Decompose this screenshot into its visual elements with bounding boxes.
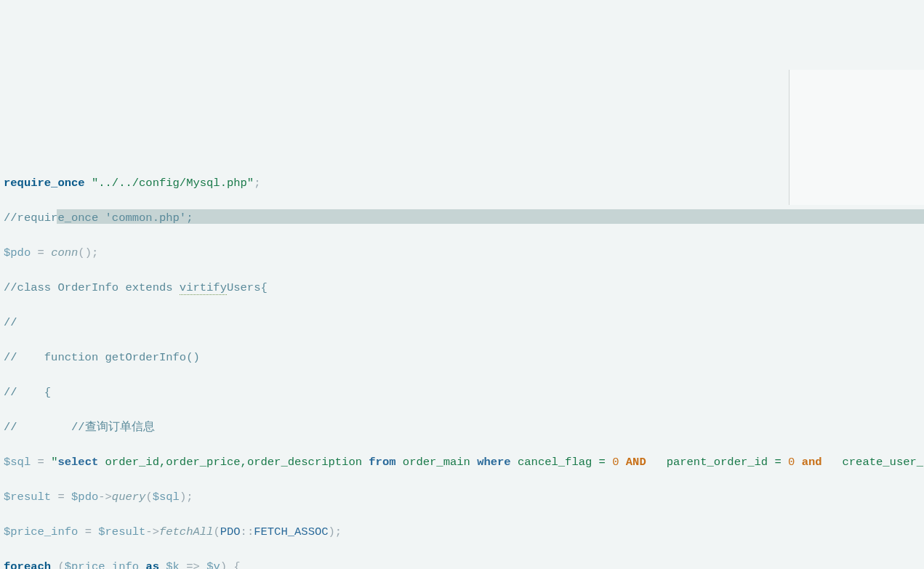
variable: $pdo: [4, 246, 31, 259]
comment: // function getOrderInfo(): [4, 351, 200, 364]
variable: $result: [4, 491, 51, 504]
sql-select: select: [57, 456, 98, 469]
comment: //class OrderInfo extends: [4, 281, 180, 294]
variable: $sql: [4, 456, 31, 469]
comment: //: [4, 316, 17, 329]
keyword-foreach: foreach: [4, 560, 51, 569]
function-call: conn: [51, 246, 78, 259]
string: "../../config/Mysql.php": [92, 177, 254, 190]
code-editor[interactable]: require_once "../../config/Mysql.php"; /…: [0, 70, 924, 569]
variable: $price_info: [4, 525, 78, 538]
code-content: require_once "../../config/Mysql.php"; /…: [0, 157, 924, 569]
keyword-require: require_once: [4, 177, 85, 190]
comment: // {: [4, 386, 51, 399]
comment: // //查询订单信息: [4, 421, 155, 434]
comment: //require_once 'common.php';: [4, 211, 193, 225]
